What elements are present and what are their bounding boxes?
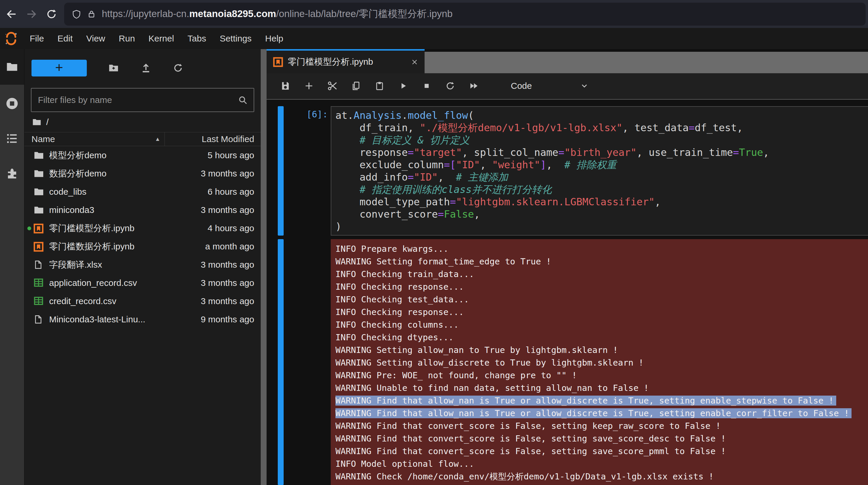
file-row[interactable]: 模型分析demo5 hours ago — [24, 146, 261, 164]
paste-cells-button[interactable] — [374, 80, 385, 91]
output-line: WARNING Setting allow_nan to True by lig… — [335, 344, 868, 356]
file-modified: 3 months ago — [201, 296, 254, 306]
browser-refresh-button[interactable] — [43, 6, 60, 23]
output-line: INFO Checking response... — [335, 306, 868, 319]
row-indicator-empty — [27, 318, 31, 321]
save-button[interactable] — [280, 80, 291, 91]
restart-icon — [445, 81, 455, 91]
breadcrumb-root[interactable]: / — [46, 117, 49, 127]
folder-icon[interactable] — [32, 117, 41, 127]
file-list-header: Name ▲ Last Modified — [24, 132, 261, 146]
file-name: 模型分析demo — [49, 150, 208, 161]
csv-icon — [34, 296, 44, 306]
file-modified: 5 hours ago — [208, 150, 254, 160]
row-indicator-empty — [27, 154, 31, 157]
menu-edit[interactable]: Edit — [51, 34, 80, 43]
notebook-toolbar: Code — [267, 73, 868, 99]
close-icon[interactable] — [410, 58, 419, 66]
tab-title: 零门槛模型分析.ipynb — [288, 56, 406, 68]
row-indicator-empty — [27, 263, 31, 267]
file-row[interactable]: Miniconda3-latest-Linu...9 months ago — [24, 310, 261, 328]
row-indicator-empty — [27, 208, 31, 212]
sidebar-item-running-kernels[interactable] — [6, 97, 19, 110]
tab-notebook[interactable]: 零门槛模型分析.ipynb — [267, 49, 425, 73]
refresh-file-list-button[interactable] — [173, 63, 183, 73]
folder-icon — [34, 187, 44, 197]
tab-bar: 零门槛模型分析.ipynb — [267, 49, 868, 73]
code-line: # 指定使用训练的class并不进行打分转化 — [335, 183, 868, 196]
browser-back-button[interactable] — [3, 6, 20, 23]
column-header-last-modified[interactable]: Last Modified — [165, 134, 261, 144]
lock-icon — [87, 10, 96, 19]
sidebar-rail — [0, 49, 24, 485]
upload-button[interactable] — [141, 62, 152, 73]
code-line: ) — [335, 220, 868, 233]
sidebar-item-table-of-contents[interactable] — [6, 132, 18, 145]
cell-collapser-code[interactable] — [278, 106, 284, 235]
menu-file[interactable]: File — [23, 34, 51, 43]
output-line: WARNING Check /home/conda_env/模型分析demo/v… — [335, 470, 868, 483]
add-cell-button[interactable] — [304, 80, 314, 91]
file-row[interactable]: 数据分析demo3 months ago — [24, 164, 261, 183]
jupyterlab-window: https://jupyterlab-cn.metanoia8295.com/o… — [0, 0, 868, 485]
code-line: at.Analysis.model_flow( — [335, 109, 868, 122]
new-launcher-button[interactable]: + — [31, 60, 87, 76]
file-modified: 6 hours ago — [208, 187, 254, 197]
output-area[interactable]: INFO Prepare kwargs...WARNING Setting fo… — [331, 239, 868, 485]
menu-view[interactable]: View — [80, 34, 112, 43]
copy-cells-button[interactable] — [351, 80, 361, 91]
file-row[interactable]: 字段翻译.xlsx3 months ago — [24, 256, 261, 274]
fast-forward-icon — [468, 80, 479, 91]
file-name: 数据分析demo — [49, 168, 201, 180]
breadcrumb: / — [24, 112, 261, 132]
output-line: INFO Checking train_data... — [335, 268, 868, 281]
sidebar-item-file-browser[interactable] — [6, 61, 18, 73]
new-folder-button[interactable] — [108, 62, 119, 73]
menu-kernel[interactable]: Kernel — [142, 34, 181, 43]
menu-settings[interactable]: Settings — [213, 34, 258, 43]
file-row[interactable]: credit_record.csv3 months ago — [24, 292, 261, 310]
plus-icon: + — [55, 61, 63, 74]
cell-type-dropdown[interactable]: Code — [511, 81, 532, 91]
url-path: /online-lab/lab/tree/零门槛模型分析.ipynb — [276, 8, 453, 19]
file-row[interactable]: code_libs6 hours ago — [24, 183, 261, 201]
run-cell-button[interactable] — [398, 80, 408, 91]
filter-files-input[interactable] — [37, 95, 238, 105]
sidebar-item-extensions[interactable] — [6, 168, 18, 180]
file-row[interactable]: miniconda33 months ago — [24, 201, 261, 219]
file-icon — [34, 314, 44, 325]
cell-collapser-output[interactable] — [278, 239, 284, 485]
menu-tabs[interactable]: Tabs — [181, 34, 213, 43]
address-bar[interactable]: https://jupyterlab-cn.metanoia8295.com/o… — [64, 3, 866, 26]
file-modified: 9 months ago — [201, 315, 254, 324]
file-row[interactable]: application_record.csv3 months ago — [24, 274, 261, 292]
output-line: WARNING Find that convert_score is False… — [335, 445, 868, 458]
code-line: df_train, "./模型分析demo/v1-lgb/v1-lgb.xlsx… — [335, 122, 868, 134]
row-indicator-empty — [27, 281, 31, 285]
play-icon — [398, 81, 408, 91]
csv-icon — [34, 278, 44, 288]
restart-run-all-button[interactable] — [468, 80, 479, 91]
column-header-name[interactable]: Name ▲ — [31, 134, 164, 144]
tab-bar-empty-area — [425, 52, 868, 73]
browser-forward-button[interactable] — [23, 6, 40, 23]
folder-icon — [34, 168, 44, 179]
menu-help[interactable]: Help — [258, 34, 290, 43]
plus-icon — [304, 81, 314, 91]
file-row[interactable]: 零门槛数据分析.ipynba month ago — [24, 237, 261, 256]
code-editor[interactable]: at.Analysis.model_flow( df_train, "./模型分… — [331, 106, 868, 235]
forward-arrow-icon — [25, 8, 38, 20]
cell-type-dropdown-arrow[interactable] — [579, 80, 590, 91]
panel-splitter-handle[interactable] — [261, 49, 267, 485]
interrupt-kernel-button[interactable] — [421, 80, 432, 91]
file-name: 零门槛数据分析.ipynb — [49, 240, 205, 253]
cut-cells-button[interactable] — [327, 80, 338, 91]
menu-run[interactable]: Run — [112, 34, 142, 43]
restart-kernel-button[interactable] — [445, 80, 456, 91]
filter-files-box — [31, 88, 254, 112]
output-line: WARNING Unable to find nan data, setting… — [335, 382, 868, 394]
jupyter-logo-icon — [4, 31, 18, 45]
file-name: 字段翻译.xlsx — [49, 259, 201, 271]
file-row[interactable]: 零门槛模型分析.ipynb4 hours ago — [24, 219, 261, 237]
shield-icon — [72, 9, 81, 19]
